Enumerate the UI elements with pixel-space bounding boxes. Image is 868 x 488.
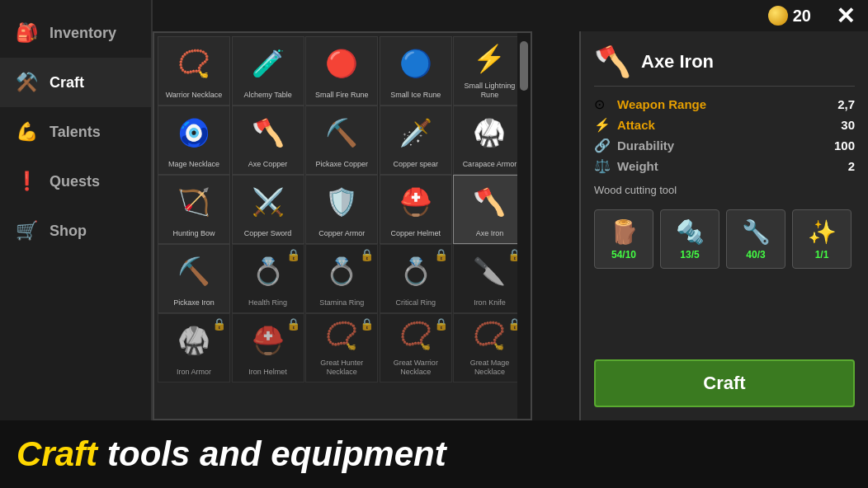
sidebar-label-talents: Talents: [50, 124, 101, 141]
item-icon-5: 🧿: [177, 106, 210, 158]
stat-value-0: 2,7: [822, 97, 855, 111]
item-icon-24: 📿: [473, 314, 506, 357]
stat-icon-2: 🔗: [594, 138, 611, 153]
item-name-5: Mage Necklace: [167, 160, 221, 169]
grid-cell-24[interactable]: 📿Great Mage Necklace🔒: [453, 313, 526, 382]
item-icon-8: 🗡️: [399, 106, 432, 158]
item-icon-10: 🏹: [177, 176, 210, 228]
item-name-21: Iron Helmet: [247, 368, 289, 377]
grid-cell-17[interactable]: 💍Stamina Ring🔒: [305, 244, 378, 313]
item-icon-20: 🥋: [177, 314, 210, 366]
grid-cell-4[interactable]: ⚡Small Lightning Rune: [453, 36, 526, 106]
item-name-23: Great Warrior Necklace: [380, 359, 451, 377]
stat-row-1: ⚡Attack30: [594, 117, 855, 133]
close-button[interactable]: ✕: [836, 2, 855, 30]
stat-label-3: Weight: [617, 159, 815, 173]
grid-cell-14[interactable]: 🪓Axe Iron: [453, 175, 526, 244]
sidebar-item-inventory[interactable]: 🎒 Inventory: [0, 8, 151, 58]
sidebar-label-inventory: Inventory: [50, 25, 116, 42]
grid-cell-22[interactable]: 📿Great Hunter Necklace🔒: [305, 313, 378, 382]
item-icon-3: 🔵: [399, 37, 432, 89]
item-icon-19: 🔪: [473, 245, 506, 297]
item-icon-4: ⚡: [473, 37, 506, 80]
item-icon-0: 📿: [177, 37, 210, 89]
material-icon-0: 🪵: [610, 218, 639, 246]
grid-cell-0[interactable]: 📿Warrior Necklace: [158, 36, 230, 106]
grid-cell-1[interactable]: 🧪Alchemy Table: [232, 36, 304, 106]
grid-cell-21[interactable]: ⛑️Iron Helmet🔒: [232, 313, 304, 382]
item-name-15: Pickaxe Iron: [172, 298, 216, 307]
stat-value-2: 100: [822, 138, 855, 152]
detail-item-icon: 🪓: [594, 45, 631, 79]
grid-cell-7[interactable]: ⛏️Pickaxe Copper: [305, 106, 378, 175]
stat-label-1: Attack: [617, 118, 815, 132]
material-slot-3: ✨1/1: [792, 209, 851, 269]
material-slot-1: 🔩13/5: [660, 209, 719, 269]
grid-cell-9[interactable]: 🥋Carapace Armor: [453, 106, 526, 175]
grid-cell-8[interactable]: 🗡️Copper spear: [380, 106, 452, 175]
material-slot-2: 🔧40/3: [726, 209, 785, 269]
sidebar-item-quests[interactable]: ❗ Quests: [0, 157, 151, 206]
stat-row-3: ⚖️Weight2: [594, 158, 855, 174]
item-icon-12: 🛡️: [325, 176, 358, 228]
grid-cell-12[interactable]: 🛡️Copper Armor: [305, 175, 378, 244]
item-icon-21: ⛑️: [252, 314, 285, 366]
stat-label-0: Weapon Range: [617, 97, 815, 111]
item-icon-6: 🪓: [252, 106, 285, 158]
scroll-thumb: [520, 41, 528, 91]
item-name-14: Axe Iron: [474, 229, 506, 238]
sidebar-item-craft[interactable]: ⚒️ Craft: [0, 58, 151, 107]
sidebar: 🎒 Inventory ⚒️ Craft 💪 Talents ❗ Quests …: [0, 0, 153, 420]
sidebar-label-quests: Quests: [50, 173, 100, 190]
item-name-17: Stamina Ring: [318, 298, 366, 307]
lock-icon-23: 🔒: [434, 317, 448, 331]
item-name-13: Copper Helmet: [389, 229, 443, 238]
item-name-6: Axe Copper: [247, 160, 290, 169]
item-name-9: Carapace Armor: [461, 160, 519, 169]
sidebar-item-shop[interactable]: 🛒 Shop: [0, 206, 151, 256]
material-count-1: 13/5: [680, 249, 699, 260]
craft-materials: 🪵54/10🔩13/5🔧40/3✨1/1: [594, 209, 855, 269]
stat-label-2: Durability: [617, 138, 815, 152]
item-icon-9: 🥋: [473, 106, 506, 158]
grid-cell-23[interactable]: 📿Great Warrior Necklace🔒: [380, 313, 452, 382]
craft-button[interactable]: Craft: [594, 359, 855, 407]
item-name-22: Great Hunter Necklace: [306, 359, 377, 377]
grid-cell-18[interactable]: 💍Critical Ring🔒: [380, 244, 452, 313]
coin-icon: [768, 6, 788, 26]
item-icon-14: 🪓: [473, 176, 506, 228]
detail-item-name: Axe Iron: [641, 51, 714, 73]
grid-cell-16[interactable]: 💍Health Ring🔒: [232, 244, 304, 313]
item-name-4: Small Lightning Rune: [454, 82, 525, 100]
item-icon-16: 💍: [252, 245, 285, 297]
item-name-20: Iron Armor: [175, 368, 213, 377]
quests-icon: ❗: [13, 168, 40, 195]
material-count-0: 54/10: [611, 249, 636, 260]
item-icon-1: 🧪: [252, 37, 285, 89]
banner-highlight-text: Craft: [17, 434, 97, 474]
material-count-3: 1/1: [815, 249, 829, 260]
item-name-16: Health Ring: [247, 298, 289, 307]
lock-icon-18: 🔒: [434, 248, 448, 261]
grid-cell-5[interactable]: 🧿Mage Necklace: [158, 106, 230, 175]
item-name-0: Warrior Necklace: [164, 91, 224, 100]
grid-cell-20[interactable]: 🥋Iron Armor🔒: [158, 313, 230, 382]
grid-cell-2[interactable]: 🔴Small Fire Rune: [305, 36, 378, 106]
item-icon-22: 📿: [325, 314, 358, 357]
detail-stats: ⊙Weapon Range2,7⚡Attack30🔗Durability100⚖…: [594, 96, 855, 174]
topbar: 20 ✕: [153, 0, 868, 31]
grid-cell-6[interactable]: 🪓Axe Copper: [232, 106, 304, 175]
grid-cell-3[interactable]: 🔵Small Ice Rune: [380, 36, 452, 106]
stat-value-1: 30: [822, 118, 855, 132]
grid-cell-13[interactable]: ⛑️Copper Helmet: [380, 175, 452, 244]
item-name-18: Critical Ring: [394, 298, 438, 307]
grid-cell-10[interactable]: 🏹Hunting Bow: [158, 175, 230, 244]
item-name-10: Hunting Bow: [171, 229, 216, 238]
grid-scrollbar[interactable]: [517, 33, 531, 419]
grid-cell-11[interactable]: ⚔️Copper Sword: [232, 175, 304, 244]
grid-cell-19[interactable]: 🔪Iron Knife🔒: [453, 244, 526, 313]
sidebar-item-talents[interactable]: 💪 Talents: [0, 107, 151, 157]
grid-cell-15[interactable]: ⛏️Pickaxe Iron: [158, 244, 230, 313]
sidebar-label-shop: Shop: [50, 223, 87, 240]
lock-icon-22: 🔒: [360, 317, 374, 331]
